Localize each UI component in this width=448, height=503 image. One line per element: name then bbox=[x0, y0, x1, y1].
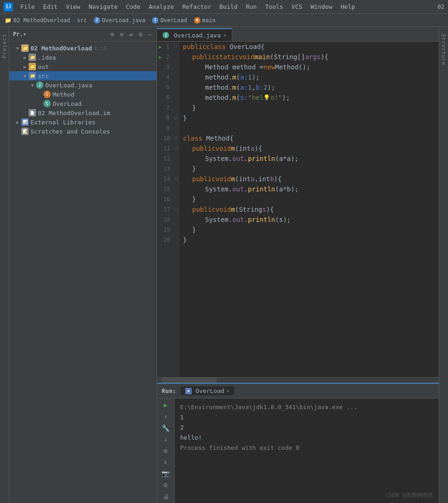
run-output-2: 2 bbox=[180, 423, 433, 433]
menu-file[interactable]: File bbox=[17, 2, 38, 11]
tree-external-libraries[interactable]: ▶ 📊 External Libraries bbox=[9, 117, 157, 127]
breadcrumb-project[interactable]: 📁 02 MethodOverload bbox=[5, 17, 70, 24]
project-label: Project bbox=[1, 34, 7, 58]
code-line-4: method.m( a: 1); bbox=[183, 72, 435, 82]
gutter-row-18: 18 bbox=[157, 215, 179, 225]
tree-src[interactable]: ▼ 📁 src bbox=[9, 71, 157, 80]
toolbar-icon-sync[interactable]: ⇌ bbox=[128, 30, 134, 39]
breadcrumb-class[interactable]: C OverLoad bbox=[152, 17, 187, 24]
menu-build[interactable]: Build bbox=[216, 2, 241, 11]
run-play-btn[interactable]: ▶ bbox=[160, 401, 171, 409]
ext-label: External Libraries bbox=[30, 119, 96, 126]
tree-iml[interactable]: 📄 02 MethodOverload.im bbox=[9, 108, 157, 117]
tree-scratches[interactable]: 📝 Scratches and Consoles bbox=[9, 127, 157, 136]
run-panel-header: Run: ▶ OverLoad ✕ bbox=[157, 384, 439, 399]
iml-icon: 📄 bbox=[29, 109, 36, 117]
run-down-btn[interactable]: ↓ bbox=[160, 436, 171, 443]
menu-items: File Edit View Navigate Code Analyze Ref… bbox=[17, 2, 438, 11]
run-upload-btn[interactable]: ⬆ bbox=[160, 458, 171, 466]
root-folder-icon: 📁 bbox=[21, 44, 29, 52]
tree-idea[interactable]: ▶ 📁 .idea bbox=[9, 53, 157, 62]
toolbar-icon-scope[interactable]: ⊕ bbox=[109, 30, 115, 39]
overload-class-label: OverLoad bbox=[53, 100, 82, 107]
tab-label: OverLoad.java bbox=[174, 32, 221, 39]
tree-out[interactable]: ▶ 📁 out bbox=[9, 62, 157, 71]
run-btn-1[interactable]: ▶ bbox=[157, 43, 163, 50]
editor-tab-overload[interactable]: J OverLoad.java ✕ bbox=[157, 28, 232, 41]
code-editor: ▶ 1 ⬡ ▶ 2 3 4 bbox=[157, 42, 439, 377]
run-gear-btn[interactable]: ⚙ bbox=[160, 481, 171, 489]
code-line-5: method.m( a: 1, b: 2); bbox=[183, 82, 435, 92]
run-panel-tab[interactable]: ▶ OverLoad ✕ bbox=[181, 386, 234, 395]
folder-icon: 📁 bbox=[5, 17, 12, 24]
run-output-hello: hello! bbox=[180, 433, 433, 443]
menu-edit[interactable]: Edit bbox=[39, 2, 61, 11]
breadcrumb-file[interactable]: J OverLoad.java bbox=[94, 17, 145, 24]
tree-overload-class[interactable]: C OverLoad bbox=[9, 99, 157, 108]
tree-root[interactable]: ▼ 📁 02 MethodOverload E:\C bbox=[9, 43, 157, 53]
app-icon: IJ bbox=[4, 2, 13, 12]
editor-tabs: J OverLoad.java ✕ bbox=[157, 27, 439, 42]
gutter-row-16: 16 bbox=[157, 194, 179, 204]
menu-navigate[interactable]: Navigate bbox=[85, 2, 121, 11]
overload-java-label: OverLoad.java bbox=[45, 82, 92, 89]
run-sidebar: ▶ ↑ 🔧 ↓ ≡ ⬆ 📷 ⚙ 🖨 bbox=[157, 399, 175, 503]
menu-vcs[interactable]: VCS bbox=[288, 2, 306, 11]
gutter-row-15: 15 bbox=[157, 184, 179, 194]
ext-arrow: ▶ bbox=[15, 120, 20, 125]
menu-view[interactable]: View bbox=[62, 2, 84, 11]
run-camera-btn[interactable]: 📷 bbox=[160, 470, 171, 478]
code-content[interactable]: public class OverLoad { public static vo… bbox=[179, 42, 439, 377]
breadcrumb-method[interactable]: m main bbox=[194, 17, 216, 24]
run-wrench-btn[interactable]: 🔧 bbox=[160, 424, 171, 432]
run-print-btn[interactable]: 🖨 bbox=[160, 492, 171, 500]
run-btn-2[interactable]: ▶ bbox=[157, 54, 163, 60]
gutter-row-3: 3 bbox=[157, 62, 179, 72]
breadcrumb-src[interactable]: src bbox=[77, 17, 87, 24]
code-line-6: method.m( s: "hel💡o!"); bbox=[183, 92, 435, 103]
run-label: Run: bbox=[162, 387, 176, 394]
root-label: 02 MethodOverload bbox=[30, 45, 92, 52]
menu-run[interactable]: Run bbox=[242, 2, 260, 11]
tab-icon: J bbox=[163, 32, 169, 38]
code-line-2: public static void main(String[] args){ bbox=[183, 52, 435, 62]
code-line-9 bbox=[183, 123, 435, 133]
ext-icon: 📊 bbox=[21, 118, 29, 126]
out-arrow: ▶ bbox=[22, 64, 28, 69]
run-lines-btn[interactable]: ≡ bbox=[160, 447, 171, 455]
overload-java-arrow: ▼ bbox=[30, 83, 35, 88]
run-output-finished: Process finished with exit code 0 bbox=[180, 443, 433, 453]
code-line-8: } bbox=[183, 113, 435, 123]
run-panel: Run: ▶ OverLoad ✕ ▶ ↑ 🔧 ↓ ≡ ⬆ 📷 ⚙ bbox=[157, 383, 439, 503]
menu-window[interactable]: Window bbox=[307, 2, 336, 11]
gutter-row-8: 8 ⬡ bbox=[157, 113, 179, 123]
code-line-10: class Method{ bbox=[183, 133, 435, 143]
code-line-13: } bbox=[183, 164, 435, 174]
tab-close-btn[interactable]: ✕ bbox=[224, 32, 227, 38]
menu-time: 02 bbox=[438, 4, 444, 10]
toolbar-icon-list[interactable]: ≡ bbox=[119, 30, 124, 39]
breadcrumb: 📁 02 MethodOverload › src › J OverLoad.j… bbox=[0, 14, 448, 27]
toolbar-icon-settings[interactable]: ⚙ bbox=[138, 30, 143, 39]
horizontal-scrollbar[interactable] bbox=[157, 377, 439, 383]
src-label: src bbox=[38, 73, 48, 80]
menu-code[interactable]: Code bbox=[122, 2, 144, 11]
menu-analyze[interactable]: Analyze bbox=[145, 2, 178, 11]
tree-overload-java[interactable]: ▼ J OverLoad.java bbox=[9, 80, 157, 90]
run-output: E:\Environment\Java\jdk1.8.0_341\bin\jav… bbox=[175, 399, 439, 503]
menu-refactor[interactable]: Refactor bbox=[179, 2, 215, 11]
tree-method-class[interactable]: C Method bbox=[9, 90, 157, 99]
code-line-20: } bbox=[183, 235, 435, 245]
gutter-row-7: 7 bbox=[157, 103, 179, 113]
code-line-1: public class OverLoad { bbox=[183, 42, 435, 52]
gutter-row-6: 6 bbox=[157, 92, 179, 103]
toolbar-icon-minimize[interactable]: — bbox=[147, 30, 153, 39]
scratches-label: Scratches and Consoles bbox=[30, 128, 110, 135]
run-tab-close[interactable]: ✕ bbox=[226, 388, 230, 394]
run-output-cmd: E:\Environment\Java\jdk1.8.0_341\bin\jav… bbox=[180, 402, 433, 412]
project-panel-label: Pr.▾ bbox=[13, 31, 26, 37]
run-up-btn[interactable]: ↑ bbox=[160, 413, 171, 421]
menu-help[interactable]: Help bbox=[337, 2, 359, 11]
menu-bar: IJ File Edit View Navigate Code Analyze … bbox=[0, 0, 448, 14]
menu-tools[interactable]: Tools bbox=[261, 2, 287, 11]
